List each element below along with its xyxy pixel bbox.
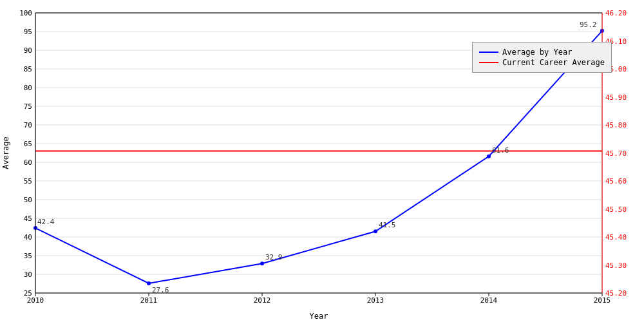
svg-point-63 [260, 261, 264, 265]
svg-text:55: 55 [24, 177, 32, 185]
legend-box: Average by Year Current Career Average [472, 42, 612, 73]
svg-text:2011: 2011 [140, 296, 158, 305]
svg-text:2014: 2014 [480, 296, 498, 305]
legend-label-series1: Average by Year [502, 48, 572, 57]
svg-text:45.80: 45.80 [605, 121, 627, 129]
svg-text:45.50: 45.50 [605, 205, 627, 214]
svg-text:90: 90 [24, 46, 32, 55]
svg-text:42.4: 42.4 [37, 218, 55, 226]
svg-text:45: 45 [24, 214, 32, 223]
svg-text:32.9: 32.9 [265, 253, 283, 261]
legend-item-series1: Average by Year [479, 48, 605, 57]
svg-text:Year: Year [310, 312, 328, 321]
svg-text:45.30: 45.30 [605, 261, 627, 270]
svg-text:60: 60 [24, 158, 32, 167]
svg-text:45.40: 45.40 [605, 233, 627, 242]
svg-text:30: 30 [24, 270, 32, 279]
svg-point-67 [487, 155, 491, 158]
legend-line-red [479, 62, 498, 63]
legend-label-series2: Current Career Average [502, 58, 605, 67]
svg-text:Average: Average [1, 137, 10, 169]
svg-text:45.70: 45.70 [605, 149, 627, 158]
svg-text:35: 35 [24, 252, 32, 260]
svg-text:50: 50 [24, 196, 32, 204]
svg-text:61.6: 61.6 [492, 146, 509, 155]
svg-text:2013: 2013 [367, 296, 384, 305]
svg-text:40: 40 [24, 233, 32, 242]
svg-point-65 [374, 229, 377, 233]
svg-text:100: 100 [19, 9, 32, 17]
svg-point-61 [147, 281, 151, 285]
chart-container: 25303540455055606570758085909510045.2045… [0, 0, 644, 322]
svg-text:65: 65 [24, 140, 32, 148]
svg-text:80: 80 [24, 84, 32, 92]
svg-text:45.90: 45.90 [605, 93, 627, 102]
svg-text:70: 70 [24, 121, 32, 129]
svg-text:2010: 2010 [27, 296, 44, 305]
svg-text:2012: 2012 [254, 296, 271, 305]
svg-text:46.20: 46.20 [605, 9, 627, 17]
svg-text:75: 75 [24, 102, 32, 111]
svg-text:41.5: 41.5 [379, 221, 396, 229]
svg-text:2015: 2015 [594, 296, 611, 305]
svg-text:45.60: 45.60 [605, 177, 627, 185]
legend-line-blue [479, 52, 498, 53]
svg-text:95.2: 95.2 [580, 21, 597, 29]
svg-text:85: 85 [24, 65, 32, 73]
svg-text:95: 95 [24, 28, 32, 36]
legend-item-series2: Current Career Average [479, 58, 605, 67]
